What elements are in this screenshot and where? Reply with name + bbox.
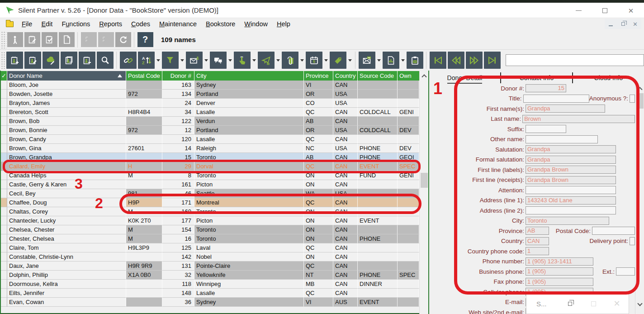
cell-postal[interactable]: H8R4B4 bbox=[126, 108, 162, 117]
cell-donor-name[interactable]: Claire, Tom bbox=[7, 243, 126, 252]
table-row[interactable]: Chaffee, DougH9P171MontrealQCCAN bbox=[1, 198, 419, 207]
row-selector[interactable] bbox=[1, 262, 7, 271]
delivery_point-field[interactable] bbox=[630, 237, 635, 245]
cell-num[interactable]: 131 bbox=[162, 262, 194, 271]
mini-restore-button[interactable] bbox=[558, 302, 582, 306]
cell-num[interactable]: 32 bbox=[162, 271, 194, 280]
menu-file[interactable]: File bbox=[17, 19, 37, 29]
row-selector[interactable] bbox=[1, 171, 7, 180]
column-header-donor-number[interactable]: Donor # bbox=[162, 71, 194, 81]
cell-province[interactable]: ON bbox=[304, 180, 333, 189]
cell-own[interactable] bbox=[398, 207, 419, 216]
cell-source[interactable] bbox=[358, 90, 398, 99]
cloud-edit-button[interactable] bbox=[43, 52, 59, 69]
cell-city[interactable]: Denver bbox=[194, 99, 304, 108]
scroll-up-button[interactable] bbox=[420, 71, 429, 80]
cell-province[interactable]: VI bbox=[304, 81, 333, 90]
cell-donor-name[interactable]: Chester, Chelsea bbox=[7, 234, 126, 243]
notepad-check-button[interactable] bbox=[42, 32, 57, 47]
row-selector[interactable] bbox=[1, 298, 7, 307]
nav-first-button[interactable] bbox=[430, 52, 446, 69]
row-selector[interactable] bbox=[1, 81, 7, 90]
dropdown-caret-icon[interactable] bbox=[401, 59, 405, 63]
business_phone-field[interactable]: 1 (905) bbox=[526, 267, 593, 276]
cell-country[interactable]: CAN bbox=[333, 207, 358, 216]
cell-num[interactable]: 14 bbox=[162, 144, 194, 153]
cell-postal[interactable] bbox=[126, 298, 162, 307]
table-row[interactable]: Callard, EmilyH29DorvalQCCANEVENTSPEC bbox=[1, 162, 419, 171]
vertical-scroll-thumb[interactable] bbox=[636, 93, 644, 109]
cell-donor-name[interactable]: Brown, Bob bbox=[7, 117, 126, 126]
cell-city[interactable]: Sydney bbox=[194, 298, 304, 307]
cell-own[interactable] bbox=[398, 262, 419, 271]
cell-own[interactable] bbox=[398, 234, 419, 243]
cell-province[interactable]: QC bbox=[304, 198, 333, 207]
cell-own[interactable] bbox=[398, 298, 419, 307]
cell-province[interactable]: OR bbox=[304, 90, 333, 99]
cell-source[interactable] bbox=[358, 262, 398, 271]
table-row[interactable]: Brown, Gina2760114RaleighNCUSAPHONEDEV bbox=[1, 144, 419, 153]
cell-num[interactable]: 125 bbox=[162, 243, 194, 252]
column-header-donor-name[interactable]: Donor Name bbox=[7, 71, 126, 81]
cell-num[interactable]: 34 bbox=[162, 108, 194, 117]
anonymous-field[interactable] bbox=[630, 95, 635, 103]
cell-donor-name[interactable]: Cecil, Bey bbox=[7, 189, 126, 198]
page-button[interactable] bbox=[59, 32, 75, 47]
mail-person-button[interactable] bbox=[186, 52, 203, 69]
report-chart-button[interactable] bbox=[383, 52, 399, 69]
row-selector[interactable] bbox=[1, 225, 7, 234]
cell-postal[interactable] bbox=[126, 135, 162, 144]
chat-button[interactable] bbox=[210, 52, 227, 69]
cell-source[interactable]: PHONE bbox=[358, 234, 398, 243]
tab-cloud-info[interactable]: Cloud Info bbox=[573, 74, 644, 81]
cell-postal[interactable]: 972 bbox=[126, 126, 162, 135]
cell-own[interactable] bbox=[398, 280, 419, 289]
donor-edit-button[interactable] bbox=[24, 52, 41, 69]
city-field[interactable]: Toronto bbox=[526, 217, 609, 225]
cell-num[interactable]: 16 bbox=[162, 234, 194, 243]
cell-city[interactable]: Seattle bbox=[194, 189, 304, 198]
cell-num[interactable]: 177 bbox=[162, 216, 194, 225]
cell-source[interactable]: EVENT bbox=[358, 162, 398, 171]
table-row[interactable]: Brown, Grandpa15TorontoABCANPHONEGEOI bbox=[1, 153, 419, 162]
column-header-own[interactable]: Own bbox=[398, 71, 419, 81]
cell-own[interactable] bbox=[398, 189, 419, 198]
cell-province[interactable]: AB bbox=[304, 153, 333, 162]
cell-own[interactable]: GEOI bbox=[398, 153, 419, 162]
cell-own[interactable]: SPEC bbox=[398, 162, 419, 171]
cell-num[interactable]: 12 bbox=[162, 126, 194, 135]
cell-country[interactable]: CAN bbox=[333, 135, 358, 144]
table-row[interactable]: Claire, TomH9L3P9125LavalQCCAN bbox=[1, 243, 419, 252]
row-selector[interactable] bbox=[1, 153, 7, 162]
cell-postal[interactable] bbox=[126, 117, 162, 126]
cell-postal[interactable] bbox=[126, 99, 162, 108]
cell-donor-name[interactable]: Brown, Gina bbox=[7, 144, 126, 153]
menu-reports[interactable]: Reports bbox=[95, 19, 127, 29]
cell-own[interactable]: GENI bbox=[398, 171, 419, 180]
table-row[interactable]: Brown, Bob122VerdunABCAN bbox=[1, 117, 419, 126]
cell-own[interactable] bbox=[398, 225, 419, 234]
last_name-field[interactable]: Brown bbox=[522, 115, 635, 123]
cell-donor-name[interactable]: Chantecler, Lucky bbox=[7, 216, 126, 225]
cell-own[interactable] bbox=[398, 90, 419, 99]
table-row[interactable]: Eilts, Jennifer148LasalleQCCAN bbox=[1, 289, 419, 298]
table-row[interactable]: Bloom, Joe163SydneyVICAN bbox=[1, 81, 419, 90]
child-window-system-icon[interactable] bbox=[6, 21, 14, 27]
cell-city[interactable]: Pointe-Claire bbox=[194, 262, 304, 271]
cell-country[interactable]: CAN bbox=[333, 271, 358, 280]
cell-num[interactable]: 171 bbox=[162, 198, 194, 207]
child-minimize-button[interactable] bbox=[605, 19, 617, 29]
cell-postal[interactable]: 972 bbox=[126, 90, 162, 99]
cell-donor-name[interactable]: Castle, Gerry & Karen bbox=[7, 180, 126, 189]
table-row[interactable]: Brown, Candy120LasalleQCCAN bbox=[1, 135, 419, 144]
cell-city[interactable]: Toronto bbox=[194, 225, 304, 234]
cell-city[interactable]: Laval bbox=[194, 243, 304, 252]
cell-source[interactable] bbox=[358, 180, 398, 189]
cell-num[interactable]: 134 bbox=[162, 90, 194, 99]
cell-source[interactable]: FUND bbox=[358, 171, 398, 180]
cell-source[interactable] bbox=[358, 207, 398, 216]
cell-city[interactable]: Portland bbox=[194, 90, 304, 99]
refresh-button[interactable] bbox=[115, 32, 131, 47]
nav-next-button[interactable] bbox=[466, 52, 483, 69]
menu-functions[interactable]: Functions bbox=[57, 19, 95, 29]
